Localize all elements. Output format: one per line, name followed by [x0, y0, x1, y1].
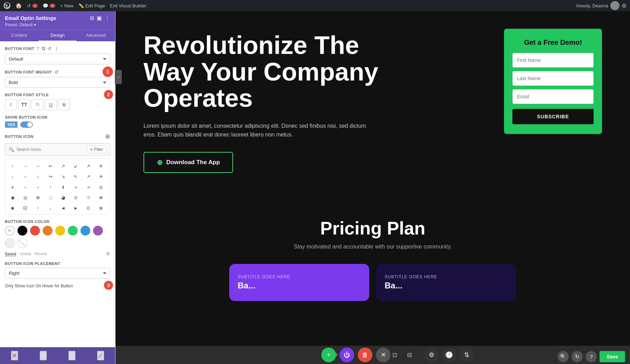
icon-cell[interactable]: ✛ — [96, 161, 106, 171]
form-first-name[interactable] — [512, 53, 594, 68]
panel-copy-icon[interactable]: ⧉ — [90, 15, 94, 21]
icon-cell[interactable]: ☺ — [96, 214, 106, 215]
redo-button[interactable]: ↻ — [68, 351, 76, 360]
edit-page-item[interactable]: ✏️ Edit Page — [78, 3, 105, 8]
confirm-button[interactable]: ✓ — [97, 351, 104, 360]
icon-cell[interactable]: ↗ — [58, 161, 69, 171]
power-btn[interactable]: ⏻ — [340, 348, 354, 362]
copy-icon[interactable]: ⧉ — [42, 46, 46, 51]
icon-cell[interactable]: ⊙ — [83, 203, 94, 213]
cancel-element-btn[interactable]: ✕ — [376, 348, 391, 362]
icon-cell[interactable]: ↕ — [33, 172, 43, 181]
settings-btn[interactable]: ⚙ — [424, 348, 439, 362]
panel-layout-icon[interactable]: ▣ — [97, 15, 102, 21]
icon-cell[interactable]: ⊖ — [20, 214, 30, 215]
icon-cell[interactable]: ↓ — [45, 203, 56, 213]
more-icon[interactable]: ⋮ — [54, 46, 59, 51]
mobile-tool-btn[interactable]: ⊟ — [402, 348, 417, 362]
color-settings-icon[interactable]: ⚙ — [106, 251, 110, 257]
icon-cell[interactable]: ↪ — [45, 172, 56, 181]
color-swatch-blue[interactable] — [80, 226, 90, 236]
icon-cell[interactable]: ↑ — [33, 203, 43, 213]
icon-cell[interactable]: ◎ — [33, 214, 43, 215]
icon-cell[interactable]: ↖ — [71, 172, 81, 181]
icon-cell[interactable]: ↗ — [83, 172, 94, 181]
panel-collapse-handle[interactable]: → — [115, 70, 122, 84]
icon-cell[interactable]: ☉ — [83, 192, 94, 202]
tab-advanced[interactable]: Advanced — [77, 30, 115, 41]
weight-reset-icon[interactable]: ↺ — [54, 69, 59, 75]
icon-cell[interactable]: ✛ — [96, 172, 106, 181]
save-button[interactable]: Save — [600, 351, 625, 362]
panel-preset[interactable]: Preset: Default ▾ — [5, 22, 110, 27]
filter-button[interactable]: ≡ Filter — [87, 146, 106, 153]
button-icon-placement-select[interactable]: Right Left — [5, 268, 110, 279]
tab-recent[interactable]: Recent — [34, 252, 47, 256]
refresh-icon-btn[interactable]: ↻ — [572, 351, 583, 362]
help-icon-btn[interactable]: ? — [586, 351, 597, 362]
icon-cell[interactable]: ◎ — [20, 192, 30, 202]
sort-btn[interactable]: ⇅ — [459, 348, 474, 362]
close-button[interactable]: ✕ — [11, 351, 18, 360]
tab-global[interactable]: Global — [20, 252, 31, 256]
tab-design[interactable]: Design — [38, 30, 77, 41]
icon-cell[interactable]: ↑ — [7, 161, 18, 171]
tt-btn[interactable]: Tt — [31, 99, 43, 110]
add-element-btn[interactable]: + — [321, 348, 336, 362]
download-app-button[interactable]: ⊕ Download The App — [144, 152, 233, 173]
undo-item[interactable]: ↺ 2 — [27, 3, 38, 8]
icon-cell[interactable]: ∨ — [7, 182, 18, 192]
icon-cell[interactable]: → — [20, 161, 30, 171]
form-last-name[interactable] — [512, 71, 594, 86]
search-icons-input[interactable] — [16, 147, 85, 152]
icon-cell[interactable]: ↓ — [7, 172, 18, 181]
icon-settings-icon[interactable]: ⊕ — [105, 133, 110, 140]
icon-cell[interactable]: ⊕ — [7, 214, 18, 215]
icon-cell[interactable]: ↩ — [45, 161, 56, 171]
color-swatch-orange[interactable] — [43, 226, 52, 236]
wp-logo[interactable] — [4, 2, 10, 9]
exit-builder-item[interactable]: Exit Visual Builder — [110, 3, 147, 8]
icon-cell[interactable]: ↘ — [58, 172, 69, 181]
panel-menu-icon[interactable]: ⋮ — [105, 15, 110, 21]
bold-tt-btn[interactable]: TT — [18, 99, 30, 110]
icon-cell[interactable]: ◎ — [96, 182, 106, 192]
icon-cell[interactable]: ← — [45, 214, 56, 215]
icon-cell[interactable]: ► — [71, 203, 81, 213]
icon-cell[interactable]: » — [83, 182, 94, 192]
undo-button[interactable]: ↺ — [40, 351, 47, 360]
toggle-track[interactable] — [20, 121, 33, 128]
icon-cell[interactable]: ‹ — [20, 182, 30, 192]
button-font-select[interactable]: Default — [5, 54, 110, 64]
icon-cell[interactable]: ↗ — [83, 161, 94, 171]
show-icon-toggle[interactable]: YES — [5, 121, 110, 128]
form-email[interactable] — [512, 89, 594, 104]
icon-cell[interactable]: ⊙ — [71, 192, 81, 202]
strikethrough-btn[interactable]: S — [58, 99, 70, 110]
subscribe-button[interactable]: SUBSCRIBE — [512, 109, 594, 124]
screen-options[interactable]: ⚙ — [622, 2, 626, 9]
color-swatch-red[interactable] — [30, 226, 40, 236]
icon-cell[interactable]: ⊕ — [33, 192, 43, 202]
icon-cell[interactable]: › — [33, 182, 43, 192]
clock-btn[interactable]: 🕐 — [442, 348, 456, 362]
icon-cell[interactable]: ↡ — [58, 182, 69, 192]
icon-cell[interactable]: ↙ — [71, 161, 81, 171]
color-swatch-purple[interactable] — [93, 226, 103, 236]
icon-cell[interactable]: ◄ — [58, 203, 69, 213]
eyedropper-swatch[interactable]: ✏ — [5, 226, 15, 236]
icon-cell[interactable]: ⊗ — [96, 192, 106, 202]
icon-cell[interactable]: ☹ — [20, 203, 30, 213]
icon-cell[interactable]: ✕ — [71, 214, 81, 215]
icon-cell[interactable]: ↔ — [33, 161, 43, 171]
icon-cell[interactable]: ☻ — [7, 203, 18, 213]
icon-cell[interactable]: ◌ — [45, 192, 56, 202]
help-icon[interactable]: ? — [36, 46, 39, 51]
tab-content[interactable]: Content — [0, 30, 38, 41]
color-swatch-white[interactable] — [5, 238, 15, 248]
new-item[interactable]: + New — [60, 3, 74, 8]
tab-saved[interactable]: Saved — [5, 252, 16, 256]
color-swatch-green[interactable] — [68, 226, 78, 236]
delete-element-btn[interactable]: 🗑 — [358, 348, 372, 362]
button-font-weight-select[interactable]: Bold — [5, 77, 110, 88]
